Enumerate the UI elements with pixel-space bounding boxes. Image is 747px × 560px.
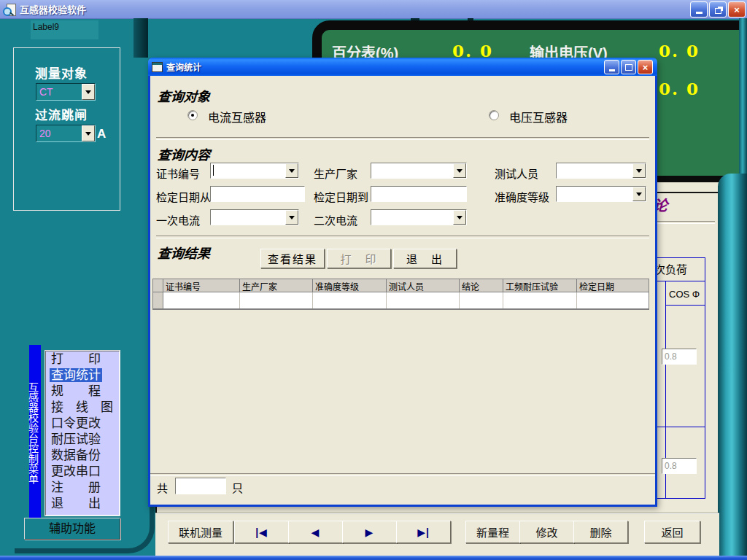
radio-current-transformer[interactable] [187,110,198,120]
dropdown-arrow-icon[interactable] [453,163,466,178]
radio-voltage-transformer-label[interactable]: 电压互感器 [509,108,568,125]
menu-item-regulations[interactable]: 规 程 [46,384,119,400]
divider [655,221,715,224]
accuracy-select[interactable] [556,186,646,202]
modify-button[interactable]: 修改 [519,521,574,543]
dropdown-arrow-icon[interactable] [285,210,298,225]
print-button: 打 印 [327,249,391,268]
trip-unit: A [97,127,107,141]
manufacturer-select[interactable] [371,163,467,179]
menu-item-change-password[interactable]: 口令更改 [46,416,119,432]
date-to-label: 检定日期到 [314,189,368,204]
date-to-input[interactable] [371,186,467,202]
primary-current-label: 一次电流 [156,212,200,228]
query-target-heading: 查询对象 [157,86,211,105]
secondary-current-select[interactable] [371,209,467,225]
exit-button[interactable]: 退 出 [393,249,457,268]
nav-next-button[interactable]: ▶ [342,521,397,543]
secondary-current-label: 二次电流 [314,212,357,228]
label9-block: Label9 [31,20,98,39]
tester-select[interactable] [556,163,646,179]
results-table-header: 证书编号 生产厂家 准确度等级 测试人员 结论 工频耐压试验 检定日期 [153,279,649,292]
dialog-minimize-button[interactable] [604,60,619,74]
total-count-input[interactable] [175,478,226,494]
nav-prev-button[interactable]: ◀ [288,521,343,543]
dialog-maximize-button[interactable] [621,60,636,74]
tester-label: 测试人员 [495,166,538,181]
dropdown-arrow-icon[interactable] [82,125,95,141]
measurement-panel: 测量对象 CT 过流跳闸 20 A [13,47,120,211]
nav-last-button[interactable]: ▶| [396,521,451,543]
bottom-border [0,556,747,560]
measure-object-select[interactable]: CT [36,83,96,101]
unit-label: 只 [232,480,243,495]
date-from-input[interactable] [210,186,305,202]
dropdown-arrow-icon[interactable] [632,163,646,178]
menu-item-withstand-test[interactable]: 耐压试验 [46,432,119,448]
dropdown-arrow-icon[interactable] [285,163,298,178]
accuracy-label: 准确度等级 [495,189,549,204]
date-from-label: 检定日期从 [156,189,211,204]
app-icon [3,3,16,16]
view-results-button[interactable]: 查看结果 [260,249,325,268]
second-row-value: 0. 0 [659,79,700,98]
dialog-close-icon[interactable]: × [638,60,653,74]
menu-item-change-serial[interactable]: 更改串口 [46,464,119,480]
return-button[interactable]: 返回 [644,521,700,543]
results-table: 证书编号 生产厂家 准确度等级 测试人员 结论 工频耐压试验 检定日期 [152,279,649,310]
dropdown-arrow-icon[interactable] [453,210,466,225]
delete-button[interactable]: 删除 [573,521,628,543]
menu-item-print[interactable]: 打 印 [46,351,119,368]
dropdown-arrow-icon[interactable] [632,187,646,201]
divider [156,137,649,140]
window-title: 互感器校验软件 [20,2,86,16]
dropdown-arrow-icon[interactable] [82,84,95,100]
nav-first-button[interactable]: |◀ [234,521,289,543]
primary-current-select[interactable] [210,209,299,225]
new-range-button[interactable]: 新量程 [465,521,520,543]
cos-phi-input[interactable]: 0.8 [662,458,697,474]
control-menu-list: 打 印 查询统计 规 程 接 线 图 口令更改 耐压试验 数据备份 更改串口 注… [45,351,120,516]
trip-select[interactable]: 20 [36,125,96,142]
divider [156,236,649,238]
app-window: 互感器校验软件 × Label9 测量对象 CT 过流跳闸 20 A 百分表(%… [0,0,747,560]
menu-vertical-title: 互感器校验台控制菜单 [29,345,41,521]
manufacturer-label: 生产厂家 [314,166,357,181]
dialog-titlebar[interactable]: 查询统计 × [148,58,657,76]
minimize-button[interactable] [690,1,708,18]
menu-item-query-stats[interactable]: 查询统计 [46,368,119,384]
frame-edge [718,174,747,556]
total-label: 共 [157,480,168,495]
table-row[interactable] [153,292,649,309]
online-measure-button[interactable]: 联机测量 [168,521,233,543]
cos-phi-input[interactable]: 0.8 [662,349,697,365]
dialog-title: 查询统计 [166,61,201,73]
query-content-heading: 查询内容 [157,144,211,163]
table-line [665,305,705,306]
frame-edge [739,18,747,179]
radio-voltage-transformer[interactable] [489,110,499,120]
menu-item-wiring-diagram[interactable]: 接 线 图 [46,400,119,416]
text-caret [213,165,214,176]
restore-button[interactable] [709,1,727,18]
close-icon[interactable]: × [728,1,746,18]
radio-current-transformer-label[interactable]: 电流互感器 [208,108,266,125]
frame-corner [15,503,155,553]
background-strip [133,18,148,58]
cert-no-select[interactable] [210,163,299,179]
window-titlebar: 互感器校验软件 × [0,0,747,19]
cos-phi-header: COS Φ [669,289,700,300]
burden-header-partial: 次负荷 [654,261,687,276]
bottom-toolbar: 联机测量 |◀ ◀ ▶ ▶| 新量程 修改 删除 返回 [155,513,719,556]
cert-no-label: 证书编号 [156,166,200,181]
query-stats-dialog: 查询统计 × 查询对象 电流互感器 电压互感器 查询内容 证书编号 生产厂家 [148,58,657,507]
trip-label: 过流跳闸 [35,105,88,123]
dialog-body: 查询对象 电流互感器 电压互感器 查询内容 证书编号 生产厂家 测试人员 [148,76,657,507]
measure-object-label: 测量对象 [35,63,88,82]
menu-item-data-backup[interactable]: 数据备份 [46,448,119,464]
menu-item-register[interactable]: 注 册 [46,480,119,496]
form-icon [152,62,163,72]
query-results-heading: 查询结果 [157,243,211,262]
divider [150,473,655,476]
voltage-value: 0. 0 [659,41,700,61]
